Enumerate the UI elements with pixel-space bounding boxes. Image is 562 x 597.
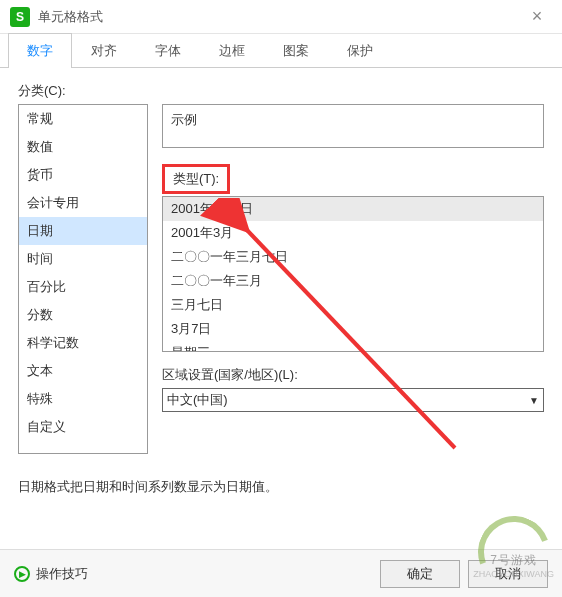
ok-button[interactable]: 确定 xyxy=(380,560,460,588)
window-title: 单元格格式 xyxy=(38,8,522,26)
category-item-text[interactable]: 文本 xyxy=(19,357,147,385)
category-item-fraction[interactable]: 分数 xyxy=(19,301,147,329)
type-item[interactable]: 2001年3月7日 xyxy=(163,197,543,221)
type-item[interactable]: 二〇〇一年三月 xyxy=(163,269,543,293)
type-item[interactable]: 星期三 xyxy=(163,341,543,352)
category-item-general[interactable]: 常规 xyxy=(19,105,147,133)
tab-protect[interactable]: 保护 xyxy=(328,33,392,68)
dialog-footer: ▶ 操作技巧 确定 取消 xyxy=(0,549,562,597)
tab-font[interactable]: 字体 xyxy=(136,33,200,68)
tab-bar: 数字 对齐 字体 边框 图案 保护 xyxy=(0,34,562,68)
category-item-date[interactable]: 日期 xyxy=(19,217,147,245)
tab-number[interactable]: 数字 xyxy=(8,33,72,68)
category-list[interactable]: 常规 数值 货币 会计专用 日期 时间 百分比 分数 科学记数 文本 特殊 自定… xyxy=(18,104,148,454)
chevron-down-icon: ▼ xyxy=(529,395,539,406)
type-item[interactable]: 2001年3月 xyxy=(163,221,543,245)
locale-label: 区域设置(国家/地区)(L): xyxy=(162,366,544,384)
category-item-scientific[interactable]: 科学记数 xyxy=(19,329,147,357)
category-item-percent[interactable]: 百分比 xyxy=(19,273,147,301)
example-label: 示例 xyxy=(171,112,197,127)
example-box: 示例 xyxy=(162,104,544,148)
locale-select[interactable]: 中文(中国) ▼ xyxy=(162,388,544,412)
category-item-accounting[interactable]: 会计专用 xyxy=(19,189,147,217)
category-item-time[interactable]: 时间 xyxy=(19,245,147,273)
tab-pattern[interactable]: 图案 xyxy=(264,33,328,68)
description-text: 日期格式把日期和时间系列数显示为日期值。 xyxy=(18,478,544,496)
tips-link[interactable]: ▶ 操作技巧 xyxy=(14,565,88,583)
type-list[interactable]: 2001年3月7日 2001年3月 二〇〇一年三月七日 二〇〇一年三月 三月七日… xyxy=(162,196,544,352)
content-panel: 分类(C): 常规 数值 货币 会计专用 日期 时间 百分比 分数 科学记数 文… xyxy=(0,68,562,506)
category-label: 分类(C): xyxy=(18,82,544,100)
category-item-custom[interactable]: 自定义 xyxy=(19,413,147,441)
tab-border[interactable]: 边框 xyxy=(200,33,264,68)
type-label: 类型(T): xyxy=(162,164,230,194)
type-item[interactable]: 3月7日 xyxy=(163,317,543,341)
close-icon[interactable]: × xyxy=(522,2,552,32)
app-icon: S xyxy=(10,7,30,27)
category-item-special[interactable]: 特殊 xyxy=(19,385,147,413)
tab-align[interactable]: 对齐 xyxy=(72,33,136,68)
play-icon: ▶ xyxy=(14,566,30,582)
type-item[interactable]: 三月七日 xyxy=(163,293,543,317)
locale-value: 中文(中国) xyxy=(167,391,228,409)
cancel-button[interactable]: 取消 xyxy=(468,560,548,588)
title-bar: S 单元格格式 × xyxy=(0,0,562,34)
category-item-currency[interactable]: 货币 xyxy=(19,161,147,189)
type-item[interactable]: 二〇〇一年三月七日 xyxy=(163,245,543,269)
category-item-number[interactable]: 数值 xyxy=(19,133,147,161)
tips-label: 操作技巧 xyxy=(36,565,88,583)
